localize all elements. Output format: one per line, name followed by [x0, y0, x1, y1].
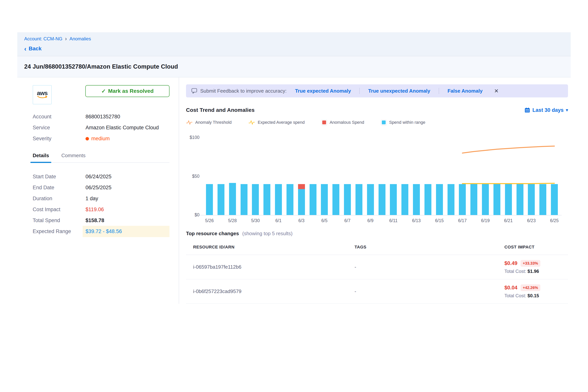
- y-axis-tick: $100: [186, 135, 200, 140]
- legend-item: Expected Average spend: [248, 120, 304, 125]
- back-button[interactable]: ‹ Back: [24, 46, 42, 52]
- y-axis-tick: $50: [186, 174, 200, 179]
- cost-impact-line: $0.04+42.26%: [504, 284, 568, 291]
- field-value: 06/25/2025: [86, 185, 170, 190]
- feedback-prompt: Submit Feedback to improve accuracy:: [200, 88, 286, 94]
- table-row: i-06597ba197fe112b6-$0.49+33.33%Total Co…: [186, 255, 568, 280]
- breadcrumb-account-link[interactable]: Account: CCM-NG: [24, 36, 62, 42]
- x-axis-tick: 6/15: [430, 218, 449, 223]
- feedback-option-2[interactable]: True unexpected Anomaly: [368, 88, 430, 94]
- field-row: ServiceAmazon Elastic Compute Cloud: [33, 122, 170, 133]
- legend-item: Anomalous Spend: [322, 120, 364, 125]
- aws-smile-icon: [37, 96, 48, 99]
- resource-id-cell: i-06597ba197fe112b6: [193, 264, 354, 270]
- cost-impact-line: $0.49+33.33%: [504, 260, 568, 267]
- field-label: Expected Range: [33, 228, 86, 234]
- chevron-left-icon: ‹: [24, 46, 26, 51]
- field-value: 06/24/2025: [86, 174, 170, 180]
- field-value: $119.06: [86, 206, 170, 212]
- table-title-row: Top resource changes (showing top 5 resu…: [186, 230, 568, 236]
- field-value: $39.72 - $48.56: [83, 226, 170, 237]
- page-header: Account: CCM-NG › Anomalies ‹ Back: [17, 32, 571, 56]
- legend-label: Spend within range: [389, 120, 425, 125]
- legend-label: Expected Average spend: [258, 120, 304, 125]
- legend-item: Anomaly Threshold: [186, 120, 232, 125]
- expected-average-spend-line: [462, 183, 554, 184]
- total-cost-line: Total Cost: $0.15: [504, 293, 568, 298]
- field-row: Cost Impact$119.06: [33, 204, 170, 215]
- cost-impact-amount: $0.49: [504, 260, 518, 266]
- panel-top: aws ✓ Mark as Resolved: [33, 85, 170, 104]
- check-icon: ✓: [101, 88, 106, 94]
- close-icon[interactable]: ✕: [494, 88, 499, 94]
- x-axis-line: [199, 215, 562, 216]
- x-axis-tick: 6/13: [407, 218, 426, 223]
- table-column-header: TAGS: [354, 244, 504, 250]
- field-row: Total Spend$158.78: [33, 215, 170, 226]
- back-label: Back: [29, 46, 42, 52]
- table-body: i-06597ba197fe112b6-$0.49+33.33%Total Co…: [186, 255, 568, 304]
- field-row: Expected Range$39.72 - $48.56: [33, 226, 170, 237]
- chart-legend: Anomaly ThresholdExpected Average spendA…: [186, 120, 568, 125]
- field-label: Account: [33, 114, 86, 120]
- x-axis-tick: 5/30: [246, 218, 265, 223]
- anomaly-details-page: Account: CCM-NG › Anomalies ‹ Back 24 Ju…: [0, 0, 588, 392]
- field-value: 868001352780: [86, 114, 170, 120]
- anomaly-detail-panel: Submit Feedback to improve accuracy: Tru…: [179, 78, 571, 304]
- field-value: Amazon Elastic Compute Cloud: [86, 125, 170, 131]
- x-axis-tick: 6/1: [269, 218, 288, 223]
- table-row: i-0b6f257223cad9579-$0.04+42.26%Total Co…: [186, 280, 568, 304]
- feedback-bar: Submit Feedback to improve accuracy: Tru…: [186, 84, 568, 98]
- legend-square-icon: [381, 120, 386, 125]
- breadcrumb: Account: CCM-NG › Anomalies: [24, 36, 564, 42]
- field-value: medium: [86, 136, 170, 142]
- cost-trend-chart: 5/265/285/306/16/36/56/76/96/116/136/156…: [186, 130, 568, 228]
- tab-details[interactable]: Details: [33, 152, 49, 162]
- field-label: End Date: [33, 185, 86, 190]
- breadcrumb-anomalies-link[interactable]: Anomalies: [69, 36, 91, 42]
- top-resource-changes-section: Top resource changes (showing top 5 resu…: [186, 230, 568, 304]
- feedback-option-3[interactable]: False Anomaly: [448, 88, 483, 94]
- tags-cell: -: [354, 264, 504, 270]
- aws-logo-text: aws: [37, 90, 48, 96]
- field-value: $158.78: [86, 218, 170, 224]
- date-range-label: Last 30 days: [532, 107, 564, 113]
- x-axis-tick: 6/9: [361, 218, 380, 223]
- total-cost-value: $0.15: [528, 293, 539, 298]
- mark-as-resolved-button[interactable]: ✓ Mark as Resolved: [85, 85, 170, 97]
- breadcrumb-separator-icon: ›: [65, 35, 67, 42]
- date-range-selector[interactable]: Last 30 days ▾: [524, 107, 568, 113]
- pulse-line-icon: [186, 120, 192, 125]
- resource-id-cell: i-0b6f257223cad9579: [193, 288, 354, 294]
- back-row: ‹ Back: [24, 42, 564, 56]
- total-cost-value: $1.96: [528, 269, 539, 274]
- feedback-divider: [439, 88, 439, 94]
- cost-impact-amount: $0.04: [504, 285, 518, 291]
- field-label: Cost Impact: [33, 206, 86, 212]
- anomaly-threshold-line: [462, 146, 554, 153]
- page-title: 24 Jun/868001352780/Amazon Elastic Compu…: [24, 63, 178, 70]
- legend-square-icon: [322, 120, 327, 125]
- title-band: 24 Jun/868001352780/Amazon Elastic Compu…: [17, 56, 571, 78]
- cost-impact-cell: $0.04+42.26%Total Cost: $0.15: [504, 284, 568, 298]
- x-axis-tick: 6/23: [522, 218, 541, 223]
- field-row: End Date06/25/2025: [33, 182, 170, 193]
- field-row: Account868001352780: [33, 111, 170, 122]
- table-subtitle: (showing top 5 results): [242, 230, 293, 236]
- chart-plot: 5/265/285/306/16/36/56/76/96/116/136/156…: [206, 130, 558, 215]
- calendar-icon: [524, 107, 530, 113]
- caret-down-icon: ▾: [566, 108, 568, 112]
- severity-dot-icon: [86, 137, 89, 140]
- field-label: Severity: [33, 136, 86, 142]
- aws-logo: aws: [33, 85, 52, 104]
- field-row: Start Date06/24/2025: [33, 171, 170, 182]
- table-header: RESOURCE ID/ARNTAGSCOST IMPACT: [186, 244, 568, 255]
- resolve-button-label: Mark as Resolved: [108, 88, 154, 94]
- field-row: Duration1 day: [33, 193, 170, 204]
- field-row: Severitymedium: [33, 133, 170, 144]
- x-axis-tick: 6/25: [545, 218, 564, 223]
- feedback-option-1[interactable]: True expected Anomaly: [295, 88, 351, 94]
- legend-label: Anomalous Spend: [330, 120, 364, 125]
- change-percent-badge: +33.33%: [520, 260, 540, 267]
- tab-comments[interactable]: Comments: [61, 152, 86, 162]
